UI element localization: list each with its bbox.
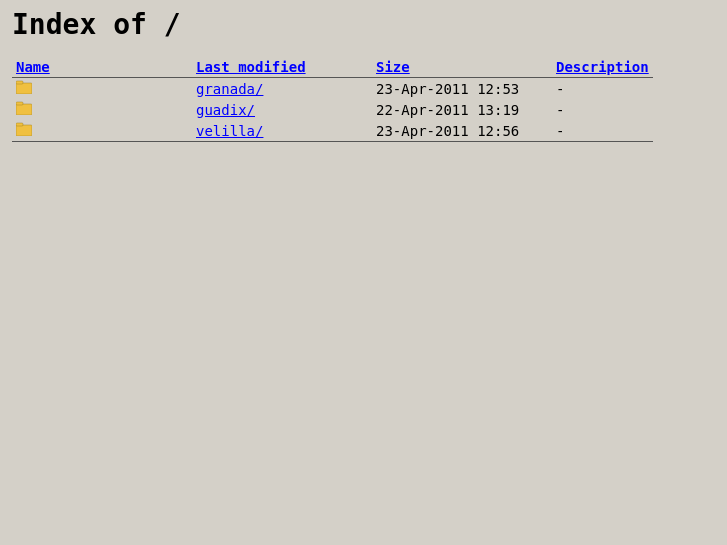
folder-icon <box>16 80 32 94</box>
sort-modified-link[interactable]: Last modified <box>196 59 306 75</box>
svg-rect-5 <box>16 123 23 126</box>
modified-date: 22-Apr-2011 13:19 <box>372 99 552 120</box>
table-row: velilla/23-Apr-2011 12:56- <box>12 120 715 142</box>
file-description <box>653 120 715 142</box>
file-size: - <box>552 99 653 120</box>
table-row: granada/23-Apr-2011 12:53- <box>12 78 715 100</box>
file-size: - <box>552 78 653 100</box>
folder-icon <box>16 101 32 115</box>
file-description <box>653 78 715 100</box>
svg-rect-1 <box>16 81 23 84</box>
folder-icon <box>16 122 32 136</box>
file-size: - <box>552 120 653 142</box>
folder-link[interactable]: granada/ <box>196 81 263 97</box>
folder-link[interactable]: guadix/ <box>196 102 255 118</box>
modified-date: 23-Apr-2011 12:56 <box>372 120 552 142</box>
sort-name-link[interactable]: Name <box>16 59 50 75</box>
sort-description-link[interactable]: Description <box>556 59 649 75</box>
folder-link[interactable]: velilla/ <box>196 123 263 139</box>
svg-rect-0 <box>16 83 32 94</box>
svg-rect-2 <box>16 104 32 115</box>
table-footer <box>12 142 715 149</box>
sort-size-link[interactable]: Size <box>376 59 410 75</box>
file-description <box>653 99 715 120</box>
svg-rect-4 <box>16 125 32 136</box>
table-row: guadix/22-Apr-2011 13:19- <box>12 99 715 120</box>
svg-rect-3 <box>16 102 23 105</box>
modified-date: 23-Apr-2011 12:53 <box>372 78 552 100</box>
page-heading: Index of / <box>12 8 715 41</box>
table-header: Name Last modified Size Description <box>12 57 715 78</box>
